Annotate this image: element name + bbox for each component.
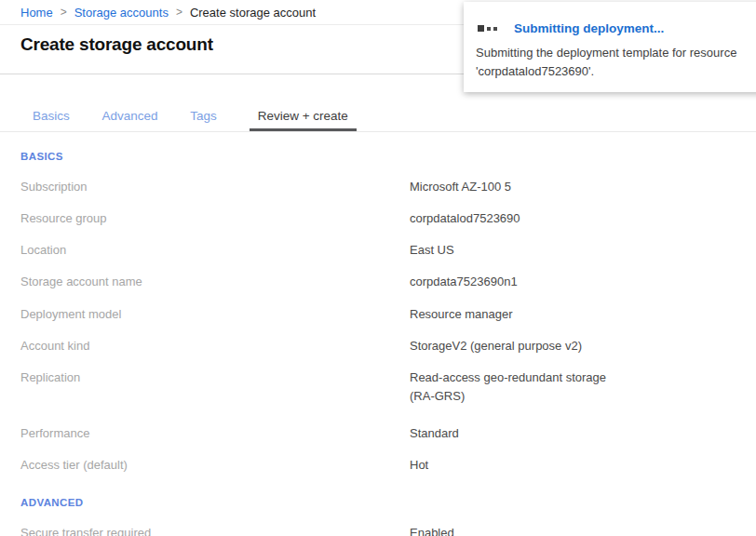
tab-review-create[interactable]: Review + create — [250, 109, 357, 131]
field-label: Location — [20, 241, 410, 260]
field-value: Read-access geo-redundant storage (RA-GR… — [410, 368, 633, 406]
field-value: Resource manager — [410, 305, 513, 324]
field-label: Deployment model — [20, 305, 410, 324]
breadcrumb-link-storage-accounts[interactable]: Storage accounts — [74, 6, 169, 20]
field-label: Subscription — [20, 178, 410, 196]
wizard-tabs: Basics Advanced Tags Review + create — [0, 109, 756, 132]
section-heading-advanced: ADVANCED — [20, 497, 756, 508]
tab-advanced[interactable]: Advanced — [102, 109, 158, 131]
breadcrumb-link-home[interactable]: Home — [20, 6, 53, 20]
toast-title-link[interactable]: Submitting deployment... — [514, 21, 664, 35]
review-row-storage-account-name: Storage account name corpdata7523690n1 — [20, 266, 756, 298]
field-label: Storage account name — [20, 273, 410, 291]
field-value: Hot — [410, 456, 428, 475]
deployment-progress-icon — [478, 25, 500, 32]
review-content: BASICS Subscription Microsoft AZ-100 5 R… — [0, 151, 756, 536]
review-row-deployment-model: Deployment model Resource manager — [20, 299, 756, 330]
tab-basics[interactable]: Basics — [33, 109, 70, 131]
field-label: Secure transfer required — [20, 524, 410, 536]
field-value: StorageV2 (general purpose v2) — [410, 337, 582, 355]
deployment-toast[interactable]: Submitting deployment... Submitting the … — [464, 2, 756, 92]
field-label: Performance — [20, 424, 410, 443]
field-value: Standard — [410, 424, 459, 443]
field-value: corpdatalod7523690 — [410, 209, 520, 228]
field-label: Replication — [20, 368, 410, 406]
breadcrumb-current: Create storage account — [190, 6, 316, 20]
field-value: corpdata7523690n1 — [410, 273, 518, 291]
field-label: Account kind — [20, 337, 410, 355]
review-row-replication: Replication Read-access geo-redundant st… — [20, 362, 756, 412]
field-value: Microsoft AZ-100 5 — [410, 178, 511, 196]
review-row-location: Location East US — [20, 234, 756, 266]
field-label: Resource group — [20, 209, 410, 228]
field-label: Access tier (default) — [20, 456, 410, 475]
tab-tags[interactable]: Tags — [190, 109, 217, 131]
review-row-subscription: Subscription Microsoft AZ-100 5 — [20, 171, 756, 203]
toast-message-line2: 'corpdatalod7523690'. — [476, 62, 756, 81]
review-row-performance: Performance Standard — [20, 418, 756, 449]
section-heading-basics: BASICS — [20, 151, 756, 162]
review-row-access-tier: Access tier (default) Hot — [20, 449, 756, 481]
review-row-secure-transfer: Secure transfer required Enabled — [20, 517, 756, 536]
field-value: East US — [410, 241, 454, 260]
toast-header: Submitting deployment... — [476, 21, 756, 35]
review-row-account-kind: Account kind StorageV2 (general purpose … — [20, 330, 756, 362]
field-value: Enabled — [410, 524, 454, 536]
breadcrumb-separator: > — [176, 6, 182, 19]
review-row-resource-group: Resource group corpdatalod7523690 — [20, 203, 756, 234]
toast-message: Submitting the deployment template for r… — [476, 44, 756, 81]
breadcrumb-separator: > — [61, 6, 67, 19]
toast-message-line1: Submitting the deployment template for r… — [476, 44, 756, 62]
